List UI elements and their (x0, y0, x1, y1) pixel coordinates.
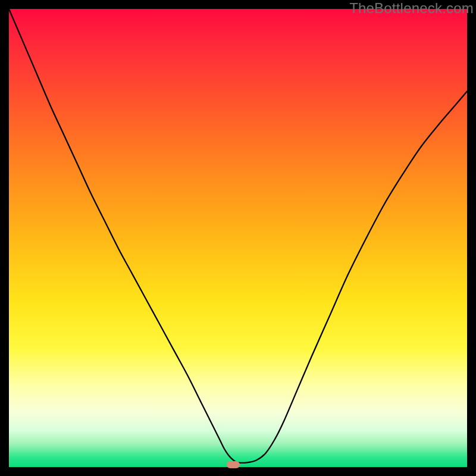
chart-container: TheBottleneck.com (0, 0, 476, 476)
bottleneck-curve (9, 9, 467, 467)
plot-area (9, 9, 467, 467)
minimum-marker (227, 461, 240, 468)
watermark-text: TheBottleneck.com (349, 0, 474, 17)
